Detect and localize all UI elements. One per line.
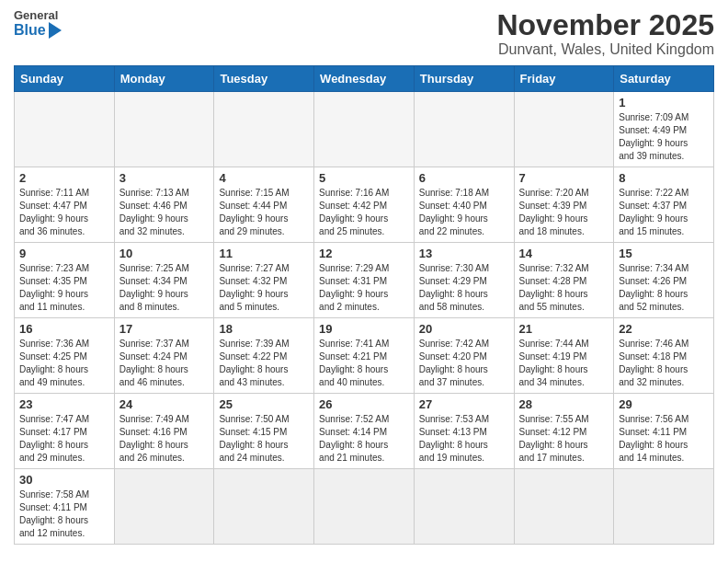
day-number: 23 [19,397,109,411]
calendar-cell: 26Sunrise: 7:52 AM Sunset: 4:14 PM Dayli… [314,394,415,469]
day-info: Sunrise: 7:37 AM Sunset: 4:24 PM Dayligh… [119,338,210,389]
title-area: November 2025 Dunvant, Wales, United Kin… [496,9,714,58]
day-number: 26 [319,397,409,411]
day-info: Sunrise: 7:52 AM Sunset: 4:14 PM Dayligh… [319,413,409,465]
logo-arrow-icon [49,22,62,39]
calendar-cell: 17Sunrise: 7:37 AM Sunset: 4:24 PM Dayli… [114,318,214,394]
calendar-cell [514,469,614,545]
day-info: Sunrise: 7:44 AM Sunset: 4:19 PM Dayligh… [519,338,609,389]
calendar-cell: 7Sunrise: 7:20 AM Sunset: 4:39 PM Daylig… [514,167,614,243]
day-info: Sunrise: 7:49 AM Sunset: 4:16 PM Dayligh… [119,413,210,465]
day-number: 27 [419,397,509,411]
calendar-page: General Blue November 2025 Dunvant, Wale… [0,0,728,558]
calendar-cell [314,469,415,545]
calendar-cell: 25Sunrise: 7:50 AM Sunset: 4:15 PM Dayli… [214,394,314,469]
calendar-cell: 1Sunrise: 7:09 AM Sunset: 4:49 PM Daylig… [614,92,714,167]
calendar-cell: 4Sunrise: 7:15 AM Sunset: 4:44 PM Daylig… [214,167,314,243]
weekday-header-saturday: Saturday [614,66,714,92]
day-info: Sunrise: 7:56 AM Sunset: 4:11 PM Dayligh… [619,413,709,465]
day-info: Sunrise: 7:32 AM Sunset: 4:28 PM Dayligh… [519,262,609,314]
weekday-header-monday: Monday [114,66,214,92]
day-info: Sunrise: 7:09 AM Sunset: 4:49 PM Dayligh… [619,111,709,163]
day-number: 6 [419,171,509,185]
day-number: 20 [419,322,509,336]
day-info: Sunrise: 7:13 AM Sunset: 4:46 PM Dayligh… [119,187,210,238]
weekday-header-friday: Friday [514,66,614,92]
day-info: Sunrise: 7:53 AM Sunset: 4:13 PM Dayligh… [419,413,509,465]
weekday-header-thursday: Thursday [414,66,514,92]
day-number: 1 [619,96,709,109]
day-number: 11 [219,247,309,260]
month-title: November 2025 [496,9,714,41]
day-number: 17 [119,322,210,336]
location-subtitle: Dunvant, Wales, United Kingdom [496,41,714,58]
day-number: 28 [519,397,609,411]
day-info: Sunrise: 7:23 AM Sunset: 4:35 PM Dayligh… [19,262,109,314]
calendar-cell [114,469,214,545]
day-info: Sunrise: 7:34 AM Sunset: 4:26 PM Dayligh… [619,262,709,314]
calendar-cell [214,92,314,167]
day-number: 8 [619,171,709,185]
day-info: Sunrise: 7:22 AM Sunset: 4:37 PM Dayligh… [619,187,709,238]
day-info: Sunrise: 7:16 AM Sunset: 4:42 PM Dayligh… [319,187,409,238]
day-number: 21 [519,322,609,336]
weekday-header-sunday: Sunday [15,66,115,92]
calendar-cell [15,92,115,167]
calendar-cell [414,469,514,545]
day-info: Sunrise: 7:41 AM Sunset: 4:21 PM Dayligh… [319,338,409,389]
calendar-cell [114,92,214,167]
calendar-cell: 22Sunrise: 7:46 AM Sunset: 4:18 PM Dayli… [614,318,714,394]
day-info: Sunrise: 7:58 AM Sunset: 4:11 PM Dayligh… [19,488,109,540]
day-number: 13 [419,247,509,260]
calendar-cell: 6Sunrise: 7:18 AM Sunset: 4:40 PM Daylig… [414,167,514,243]
day-info: Sunrise: 7:18 AM Sunset: 4:40 PM Dayligh… [419,187,509,238]
day-number: 18 [219,322,309,336]
day-info: Sunrise: 7:20 AM Sunset: 4:39 PM Dayligh… [519,187,609,238]
calendar-cell: 10Sunrise: 7:25 AM Sunset: 4:34 PM Dayli… [114,243,214,318]
day-info: Sunrise: 7:36 AM Sunset: 4:25 PM Dayligh… [19,338,109,389]
week-row-3: 9Sunrise: 7:23 AM Sunset: 4:35 PM Daylig… [15,243,714,318]
week-row-2: 2Sunrise: 7:11 AM Sunset: 4:47 PM Daylig… [15,167,714,243]
calendar-cell: 13Sunrise: 7:30 AM Sunset: 4:29 PM Dayli… [414,243,514,318]
day-number: 19 [319,322,409,336]
calendar-cell: 23Sunrise: 7:47 AM Sunset: 4:17 PM Dayli… [15,394,115,469]
day-number: 7 [519,171,609,185]
day-number: 9 [19,247,109,260]
calendar-cell: 11Sunrise: 7:27 AM Sunset: 4:32 PM Dayli… [214,243,314,318]
day-info: Sunrise: 7:11 AM Sunset: 4:47 PM Dayligh… [19,187,109,238]
day-info: Sunrise: 7:42 AM Sunset: 4:20 PM Dayligh… [419,338,509,389]
day-number: 15 [619,247,709,260]
calendar-cell: 19Sunrise: 7:41 AM Sunset: 4:21 PM Dayli… [314,318,415,394]
day-number: 3 [119,171,210,185]
calendar-cell: 27Sunrise: 7:53 AM Sunset: 4:13 PM Dayli… [414,394,514,469]
day-number: 12 [319,247,409,260]
header: General Blue November 2025 Dunvant, Wale… [14,9,714,58]
week-row-1: 1Sunrise: 7:09 AM Sunset: 4:49 PM Daylig… [15,92,714,167]
calendar-cell: 21Sunrise: 7:44 AM Sunset: 4:19 PM Dayli… [514,318,614,394]
calendar-cell: 30Sunrise: 7:58 AM Sunset: 4:11 PM Dayli… [15,469,115,545]
day-number: 14 [519,247,609,260]
day-number: 10 [119,247,210,260]
calendar-cell: 15Sunrise: 7:34 AM Sunset: 4:26 PM Dayli… [614,243,714,318]
calendar-cell: 24Sunrise: 7:49 AM Sunset: 4:16 PM Dayli… [114,394,214,469]
calendar-cell: 14Sunrise: 7:32 AM Sunset: 4:28 PM Dayli… [514,243,614,318]
day-info: Sunrise: 7:55 AM Sunset: 4:12 PM Dayligh… [519,413,609,465]
day-info: Sunrise: 7:15 AM Sunset: 4:44 PM Dayligh… [219,187,309,238]
calendar-table: SundayMondayTuesdayWednesdayThursdayFrid… [14,65,714,545]
logo: General Blue [14,9,62,39]
day-info: Sunrise: 7:25 AM Sunset: 4:34 PM Dayligh… [119,262,210,314]
day-info: Sunrise: 7:50 AM Sunset: 4:15 PM Dayligh… [219,413,309,465]
calendar-cell: 28Sunrise: 7:55 AM Sunset: 4:12 PM Dayli… [514,394,614,469]
day-number: 25 [219,397,309,411]
day-number: 16 [19,322,109,336]
day-number: 22 [619,322,709,336]
calendar-cell: 12Sunrise: 7:29 AM Sunset: 4:31 PM Dayli… [314,243,415,318]
logo-general-text: General [14,9,58,22]
calendar-cell: 9Sunrise: 7:23 AM Sunset: 4:35 PM Daylig… [15,243,115,318]
weekday-header-row: SundayMondayTuesdayWednesdayThursdayFrid… [15,66,714,92]
week-row-5: 23Sunrise: 7:47 AM Sunset: 4:17 PM Dayli… [15,394,714,469]
calendar-cell [514,92,614,167]
day-info: Sunrise: 7:46 AM Sunset: 4:18 PM Dayligh… [619,338,709,389]
day-number: 29 [619,397,709,411]
day-number: 2 [19,171,109,185]
